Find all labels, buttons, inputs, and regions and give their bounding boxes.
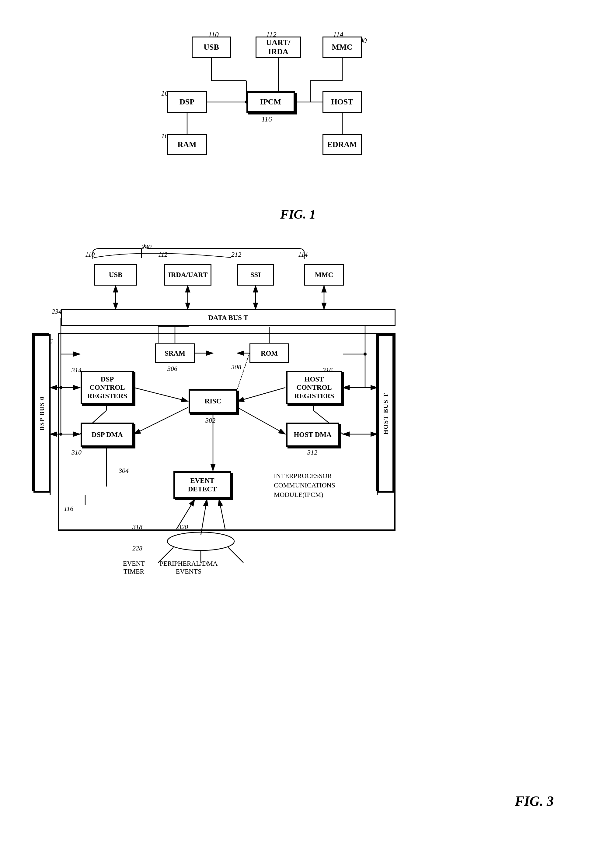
fig3-dspbus-box: DSP BUS 0 — [34, 334, 50, 492]
fig1-edram-label: EDRAM — [327, 140, 357, 149]
event-timer-label: EVENT TIMER — [109, 560, 158, 575]
fig1-mmc-box: MMC — [323, 37, 362, 58]
svg-line-52 — [228, 547, 243, 563]
fig1-usb-box: USB — [192, 37, 231, 58]
peripheral-dma-label: PERIPHERAL/DMA EVENTS — [155, 560, 222, 575]
fig1-title: FIG. 1 — [24, 207, 572, 222]
fig1-host-box: HOST — [323, 91, 362, 112]
fig3-irda-box: IRDA/UART — [164, 264, 211, 285]
fig1-ram-box: RAM — [167, 134, 207, 155]
fig1-ipcm-label: IPCM — [260, 98, 281, 106]
fig3-mmc-label: MMC — [315, 271, 333, 279]
fig3-databus-box: DATA BUS T — [61, 309, 395, 326]
ref-116: 116 — [262, 115, 272, 123]
fig1-mmc-label: MMC — [332, 43, 353, 52]
fig3-ssi-box: SSI — [237, 264, 274, 285]
fig3-usb-box: USB — [94, 264, 137, 285]
fig1-ipcm-box: IPCM — [246, 91, 295, 112]
fig1-edram-box: EDRAM — [323, 134, 362, 155]
f3-ref-110: 110 — [85, 251, 94, 259]
fig1-usb-label: USB — [204, 43, 219, 52]
fig1-dsp-box: DSP — [167, 91, 207, 112]
f3-ref-234: 234 — [52, 308, 62, 315]
fig1-host-label: HOST — [331, 98, 353, 106]
f3-ref-114: 114 — [298, 251, 308, 259]
fig3-irda-label: IRDA/UART — [168, 271, 208, 279]
f3-ref-112: 112 — [158, 251, 168, 259]
f3-ref-212: 212 — [231, 251, 241, 259]
fig1-uart-label: UART/ IRDA — [266, 38, 291, 56]
fig1-uart-box: UART/ IRDA — [255, 37, 301, 58]
ipcm-outer-box — [58, 333, 395, 531]
fig3-ssi-label: SSI — [250, 271, 261, 279]
fig1-dsp-label: DSP — [180, 98, 195, 106]
fig1-ram-label: RAM — [177, 140, 196, 149]
fig1-diagram: 110 112 114 100 ↙ 102 104 106 108 116 — [161, 30, 435, 201]
svg-point-49 — [167, 532, 234, 550]
f3-ref-230: 230 — [142, 243, 152, 251]
page: 110 112 114 100 ↙ 102 104 106 108 116 — [0, 0, 596, 868]
f3-ref-228: 228 — [132, 544, 142, 552]
fig3-title: FIG. 3 — [515, 793, 554, 809]
fig3-dspbus-label: DSP BUS 0 — [38, 396, 46, 431]
fig3-diagram: 230 110 112 212 114 226 232 234 314 306 … — [24, 240, 572, 818]
fig3-databus-label: DATA BUS T — [208, 313, 248, 322]
fig3-mmc-box: MMC — [304, 264, 344, 285]
fig3-usb-label: USB — [109, 271, 122, 279]
